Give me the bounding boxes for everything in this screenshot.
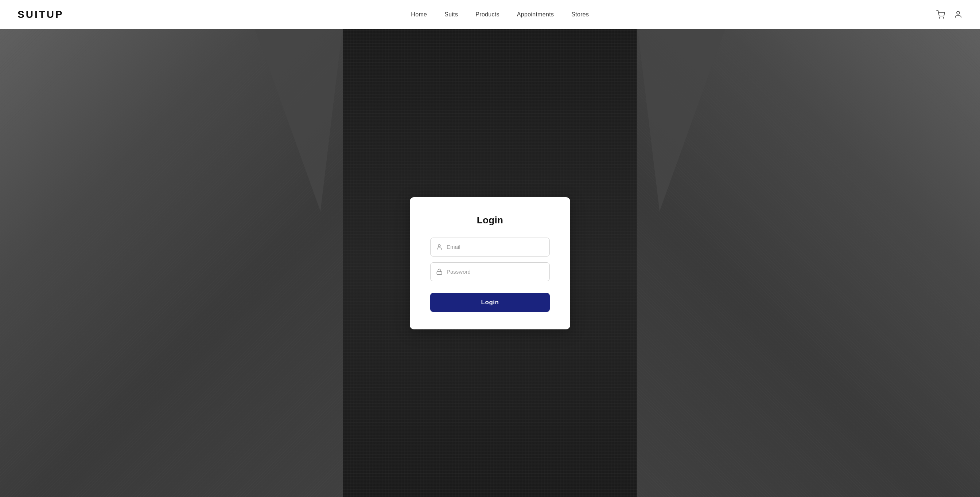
svg-point-2 (957, 11, 959, 14)
login-button[interactable]: Login (430, 293, 550, 312)
nav-item-home[interactable]: Home (411, 11, 427, 18)
login-title: Login (430, 214, 550, 226)
svg-point-1 (943, 17, 944, 18)
cart-icon[interactable] (936, 10, 945, 19)
page-wrapper: Login (0, 0, 980, 497)
email-group (430, 238, 550, 257)
svg-point-0 (939, 17, 940, 18)
main-content: Login (0, 0, 980, 497)
nav-icons (936, 10, 963, 19)
nav-item-suits[interactable]: Suits (444, 11, 458, 18)
password-group (430, 262, 550, 281)
navbar: SUITUP Home Suits Products Appointments … (0, 0, 980, 29)
user-account-icon[interactable] (954, 10, 963, 19)
nav-item-appointments[interactable]: Appointments (517, 11, 554, 18)
nav-links: Home Suits Products Appointments Stores (411, 11, 589, 18)
nav-item-products[interactable]: Products (476, 11, 500, 18)
brand-logo[interactable]: SUITUP (18, 9, 64, 21)
svg-rect-4 (437, 272, 442, 275)
lock-icon (436, 268, 442, 275)
email-icon (436, 244, 442, 250)
svg-point-3 (438, 245, 441, 247)
email-input[interactable] (430, 238, 550, 257)
nav-item-stores[interactable]: Stores (571, 11, 589, 18)
password-input[interactable] (430, 262, 550, 281)
login-card: Login (410, 197, 570, 329)
